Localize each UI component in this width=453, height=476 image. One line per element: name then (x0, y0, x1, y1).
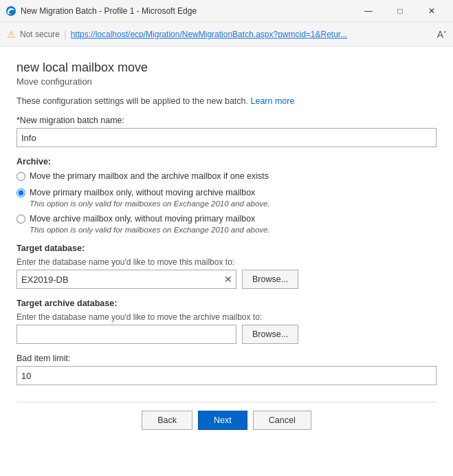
separator: | (64, 29, 67, 40)
target-archive-label: Target archive database: (16, 299, 437, 308)
archive-radio-1[interactable] (16, 172, 25, 181)
archive-option-3-note: This option is only valid for mailboxes … (30, 225, 270, 235)
archive-option-1-label: Move the primary mailbox and the archive… (30, 171, 269, 183)
archive-label: Archive: (16, 157, 437, 166)
title-bar: New Migration Batch - Profile 1 - Micros… (0, 0, 453, 22)
url-text[interactable]: https://localhost/ecp/Migration/NewMigra… (71, 30, 430, 39)
maximize-button[interactable]: □ (384, 0, 416, 22)
warning-icon: ⚠ (7, 29, 16, 40)
target-database-section: Target database: Enter the database name… (16, 244, 437, 289)
target-archive-desc: Enter the database name you'd like to mo… (16, 312, 437, 322)
svg-point-0 (6, 6, 16, 16)
target-archive-input-row: Browse... (16, 325, 437, 344)
main-content: new local mailbox move Move configuratio… (0, 47, 453, 476)
page-description: These configuration settings will be app… (16, 96, 437, 106)
archive-option-3-label: Move archive mailbox only, without movin… (30, 213, 270, 235)
cancel-button[interactable]: Cancel (253, 411, 311, 430)
learn-more-link[interactable]: Learn more (251, 96, 295, 106)
edge-icon (5, 6, 16, 17)
target-archive-browse-button[interactable]: Browse... (242, 325, 298, 344)
archive-radio-3[interactable] (16, 215, 25, 224)
target-archive-section: Target archive database: Enter the datab… (16, 299, 437, 344)
page-title: new local mailbox move (16, 61, 437, 75)
archive-section: Archive: Move the primary mailbox and th… (16, 157, 437, 235)
close-button[interactable]: ✕ (416, 0, 448, 22)
archive-option-2: Move primary mailbox only, without movin… (16, 187, 437, 209)
archive-option-2-label: Move primary mailbox only, without movin… (30, 187, 270, 209)
window-title: New Migration Batch - Profile 1 - Micros… (21, 6, 353, 16)
batch-name-input[interactable] (16, 128, 437, 147)
archive-radio-group: Move the primary mailbox and the archive… (16, 171, 437, 235)
target-db-label: Target database: (16, 244, 437, 253)
not-secure-label: Not secure (20, 30, 60, 39)
target-db-clear-button[interactable]: ✕ (221, 270, 236, 288)
bad-item-limit-label: Bad item limit: (16, 354, 437, 363)
target-db-input-wrapper: ✕ (16, 270, 236, 289)
bad-item-limit-section: Bad item limit: (16, 354, 437, 385)
batch-name-section: *New migration batch name: (16, 116, 437, 147)
target-archive-text-input[interactable] (17, 325, 236, 343)
minimize-button[interactable]: — (353, 0, 384, 22)
bad-item-limit-input[interactable] (16, 366, 437, 385)
footer-buttons: Back Next Cancel (16, 402, 437, 430)
target-archive-input[interactable] (16, 325, 236, 344)
target-db-desc: Enter the database name you'd like to mo… (16, 257, 437, 267)
reader-icon[interactable]: Aʼ (437, 29, 446, 40)
archive-option-2-note: This option is only valid for mailboxes … (30, 199, 270, 209)
batch-name-label: *New migration batch name: (16, 116, 437, 125)
target-db-browse-button[interactable]: Browse... (242, 270, 298, 289)
next-button[interactable]: Next (198, 411, 247, 430)
target-db-input[interactable] (17, 270, 221, 288)
target-db-input-row: ✕ Browse... (16, 270, 437, 289)
window-controls: — □ ✕ (353, 0, 448, 22)
page-subtitle: Move configuration (16, 76, 437, 87)
archive-option-1: Move the primary mailbox and the archive… (16, 171, 437, 183)
back-button[interactable]: Back (142, 411, 192, 430)
archive-option-3: Move archive mailbox only, without movin… (16, 213, 437, 235)
archive-radio-2[interactable] (16, 188, 25, 197)
address-bar: ⚠ Not secure | https://localhost/ecp/Mig… (0, 22, 453, 47)
